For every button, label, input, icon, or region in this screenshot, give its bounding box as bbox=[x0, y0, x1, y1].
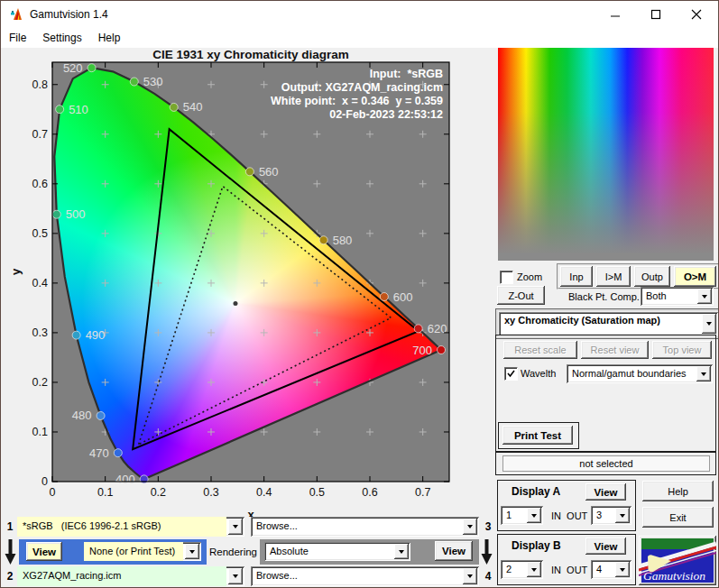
slot-2-number: 2 bbox=[4, 566, 16, 586]
minimize-button[interactable] bbox=[595, 1, 635, 28]
browse-input-value: Browse... bbox=[251, 517, 461, 537]
down-arrow-icon-right bbox=[481, 537, 493, 565]
display-a-out-value: 3 bbox=[591, 506, 613, 525]
print-test-select-arrow[interactable] bbox=[185, 544, 199, 559]
chevron-down-icon bbox=[531, 514, 537, 518]
browse-output-value: Browse... bbox=[251, 566, 461, 586]
black-pt-comp-label: Black Pt. Comp. bbox=[568, 291, 640, 302]
display-b-out-value: 4 bbox=[591, 560, 613, 579]
display-a-view-button[interactable]: View bbox=[585, 483, 626, 501]
reset-view-button[interactable]: Reset view bbox=[581, 341, 649, 359]
wavelength-checkbox[interactable] bbox=[504, 367, 518, 381]
display-b-title: Display B bbox=[512, 539, 561, 552]
mode-select-value: xy Chromaticity (Saturation map) bbox=[499, 312, 700, 335]
display-a-title: Display A bbox=[512, 485, 560, 498]
browse-output-arrow[interactable] bbox=[463, 568, 477, 584]
rendering-label: Rendering bbox=[207, 539, 260, 565]
display-a-inout-label: IN OUT bbox=[551, 510, 587, 521]
chevron-down-icon bbox=[467, 574, 473, 578]
menu-item-file[interactable]: File bbox=[1, 29, 34, 48]
maximize-button[interactable] bbox=[635, 1, 676, 28]
menu-item-settings[interactable]: Settings bbox=[34, 29, 89, 48]
print-test-select-dropdown[interactable]: None (or Print Test) bbox=[84, 542, 201, 561]
chevron-down-icon bbox=[531, 568, 537, 572]
display-a-in-value: 1 bbox=[501, 506, 525, 525]
browse-input-dropdown[interactable]: Browse... bbox=[251, 517, 479, 537]
display-b-out-arrow[interactable] bbox=[615, 562, 630, 577]
display-a-out-arrow[interactable] bbox=[615, 508, 630, 523]
saturation-map-preview[interactable] bbox=[498, 48, 714, 261]
close-icon bbox=[691, 9, 702, 20]
chromaticity-plot-background bbox=[52, 62, 449, 482]
chevron-down-icon bbox=[467, 525, 473, 528]
output-profile-value: XG27AQM_racing.icm bbox=[17, 566, 226, 586]
outp-button[interactable]: Outp bbox=[634, 266, 670, 287]
print-test-select-value: None (or Print Test) bbox=[84, 542, 183, 561]
spectral-locus-colors bbox=[52, 62, 449, 482]
zoom-checkbox[interactable] bbox=[500, 271, 513, 284]
top-view-button[interactable]: Top view bbox=[652, 341, 712, 359]
menu-bar: File Settings Help bbox=[1, 28, 718, 48]
view-a-button[interactable]: View bbox=[26, 542, 62, 561]
display-b-in-dropdown[interactable]: 2 bbox=[501, 560, 543, 579]
z-out-button[interactable]: Z-Out bbox=[497, 286, 545, 305]
slot-1-number: 1 bbox=[4, 517, 16, 537]
input-profile-arrow[interactable] bbox=[228, 519, 243, 535]
display-b-in-value: 2 bbox=[501, 560, 525, 579]
chevron-down-icon bbox=[701, 372, 706, 376]
display-a-out-dropdown[interactable]: 3 bbox=[591, 506, 631, 525]
chevron-down-icon bbox=[189, 550, 195, 554]
menu-item-help[interactable]: Help bbox=[90, 29, 129, 48]
display-b-inout-label: IN OUT bbox=[551, 565, 587, 575]
rendering-intent-value: Absolute bbox=[264, 542, 392, 561]
chevron-down-icon bbox=[620, 514, 625, 518]
browse-output-dropdown[interactable]: Browse... bbox=[251, 566, 479, 586]
zoom-checkbox-label: Zoom bbox=[517, 271, 542, 282]
slot-4-number: 4 bbox=[482, 566, 494, 586]
view-b-button[interactable]: View bbox=[435, 541, 473, 561]
gamutvision-logo-image: Gamutvision bbox=[639, 536, 716, 585]
help-button[interactable]: Help bbox=[642, 481, 714, 501]
black-pt-comp-dropdown[interactable]: Both bbox=[641, 287, 714, 306]
mode-select-arrow[interactable] bbox=[702, 314, 716, 334]
display-b-view-button[interactable]: View bbox=[585, 537, 626, 555]
gamutvision-logo: Gamutvision bbox=[639, 536, 716, 585]
reset-scale-button[interactable]: Reset scale bbox=[503, 341, 577, 359]
maximize-icon bbox=[650, 9, 661, 20]
input-profile-dropdown[interactable]: *sRGB (IEC6 1996-2.1 sRGB) bbox=[17, 517, 244, 537]
output-profile-arrow[interactable] bbox=[228, 568, 243, 584]
close-button[interactable] bbox=[676, 1, 716, 28]
display-b-in-arrow[interactable] bbox=[527, 562, 541, 577]
input-profile-value: *sRGB (IEC6 1996-2.1 sRGB) bbox=[17, 517, 226, 537]
print-test-button[interactable]: Print Test bbox=[502, 426, 573, 445]
display-a-in-arrow[interactable] bbox=[527, 508, 541, 523]
browse-input-arrow[interactable] bbox=[463, 519, 477, 535]
boundaries-dropdown[interactable]: Normal/gamut boundaries bbox=[567, 364, 713, 383]
chevron-down-icon bbox=[702, 295, 707, 299]
rendering-intent-dropdown[interactable]: Absolute bbox=[264, 542, 410, 561]
o-to-m-button[interactable]: O>M bbox=[674, 266, 716, 287]
boundaries-arrow[interactable] bbox=[696, 366, 711, 381]
app-window: Gamutvision 1.4 File Settings Help 40047… bbox=[0, 0, 719, 588]
io-button-group: Inp I>M Outp O>M bbox=[557, 263, 719, 289]
rendering-intent-arrow[interactable] bbox=[394, 544, 409, 559]
status-bar: not selected bbox=[502, 455, 710, 472]
app-icon bbox=[10, 7, 24, 22]
window-title: Gamutvision 1.4 bbox=[30, 8, 108, 21]
output-profile-dropdown[interactable]: XG27AQM_racing.icm bbox=[17, 566, 244, 586]
slot-3-number: 3 bbox=[482, 517, 494, 537]
chevron-down-icon bbox=[620, 568, 625, 572]
black-pt-comp-arrow[interactable] bbox=[697, 289, 712, 304]
black-pt-comp-value: Both bbox=[641, 287, 696, 306]
mode-select-dropdown[interactable]: xy Chromaticity (Saturation map) bbox=[499, 312, 718, 335]
chevron-down-icon bbox=[233, 525, 238, 528]
wavelength-checkbox-label: Wavelth bbox=[521, 368, 556, 379]
check-icon bbox=[507, 370, 515, 378]
chevron-down-icon bbox=[706, 322, 712, 326]
display-b-out-dropdown[interactable]: 4 bbox=[591, 560, 631, 579]
exit-button[interactable]: Exit bbox=[642, 507, 714, 528]
inp-button[interactable]: Inp bbox=[560, 266, 593, 287]
i-to-m-button[interactable]: I>M bbox=[596, 266, 631, 287]
display-a-in-dropdown[interactable]: 1 bbox=[501, 506, 543, 525]
down-arrow-icon-left bbox=[5, 537, 16, 565]
